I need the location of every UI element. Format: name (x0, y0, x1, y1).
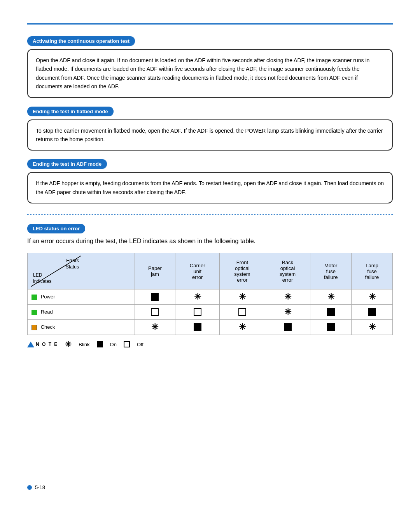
cell-read-back: ✳ (265, 305, 310, 320)
text-activate: Open the ADF and close it again. If no d… (36, 56, 384, 91)
legend-row: N O T E ✳ Blink On Off (27, 340, 393, 348)
col-paper-jam: Paperjam (135, 253, 175, 289)
cell-read-front (220, 305, 265, 320)
legend-blink-label: Blink (79, 342, 89, 347)
badge-led: LED status on error (27, 224, 85, 233)
section-flatbed: Ending the test in flatbed mode To stop … (27, 107, 393, 151)
cell-read-motor (310, 305, 352, 320)
col-front-optical: Frontopticalsystemerror (220, 253, 265, 289)
led-intro: If an error occurs during the test, the … (27, 237, 393, 246)
dotted-divider (27, 214, 393, 215)
blink-star-icon: ✳ (284, 293, 291, 301)
blink-star-icon: ✳ (369, 293, 376, 301)
content-activate: Open the ADF and close it again. If no d… (27, 49, 393, 98)
blink-star-icon: ✳ (327, 293, 334, 301)
led-power-cell: Power (28, 289, 135, 305)
led-green-read-icon (32, 310, 37, 315)
table-row-power: Power ✳ ✳ ✳ ✳ ✳ (28, 289, 393, 305)
section-activate: Activating the continuous operation test… (27, 36, 393, 98)
led-read-cell: Read (28, 305, 135, 320)
blink-star-icon: ✳ (239, 293, 246, 301)
col-carrier-unit: Carrieruniterror (175, 253, 220, 289)
legend-on-label: On (110, 342, 117, 347)
blink-star-icon: ✳ (284, 308, 291, 316)
cell-power-front: ✳ (220, 289, 265, 305)
text-adf: If the ADF hopper is empty, feeding docu… (36, 179, 384, 196)
note-badge: N O T E (27, 342, 58, 347)
empty-square-icon (194, 308, 201, 316)
page-dot-icon (27, 485, 32, 490)
legend-blink-icon: ✳ (65, 340, 72, 348)
note-triangle-icon (27, 342, 34, 347)
section-led: LED status on error If an error occurs d… (27, 224, 393, 348)
col-motor-fuse: Motorfusefailure (310, 253, 352, 289)
solid-square-icon (327, 323, 335, 331)
badge-flatbed: Ending the test in flatbed mode (27, 107, 114, 116)
content-flatbed: To stop the carrier movement in flatbed … (27, 119, 393, 151)
solid-square-icon (368, 308, 376, 316)
cell-check-front: ✳ (220, 320, 265, 335)
header-errors-label: ErrorsStatus (66, 258, 79, 270)
content-adf: If the ADF hopper is empty, feeding docu… (27, 172, 393, 203)
cell-check-carrier (175, 320, 220, 335)
text-flatbed: To stop the carrier movement in flatbed … (36, 126, 384, 144)
legend-off-icon (124, 341, 130, 347)
led-orange-check-icon (32, 325, 37, 330)
cell-check-motor (310, 320, 352, 335)
led-read-label: Read (41, 309, 53, 315)
cell-check-lamp: ✳ (352, 320, 393, 335)
cell-read-paperjam (135, 305, 175, 320)
col-back-optical: Backopticalsystemerror (265, 253, 310, 289)
solid-square-icon (327, 308, 335, 316)
led-check-label: Check (41, 324, 55, 330)
page-number-text: 5-18 (35, 484, 45, 490)
legend-off-label: Off (137, 342, 144, 347)
page: Activating the continuous operation test… (0, 0, 420, 505)
table-row-check: Check ✳ ✳ ✳ (28, 320, 393, 335)
empty-square-icon (238, 308, 246, 316)
col-lamp-fuse: Lampfusefailure (352, 253, 393, 289)
badge-adf: Ending the test in ADF mode (27, 159, 107, 169)
cell-read-carrier (175, 305, 220, 320)
cell-power-paperjam (135, 289, 175, 305)
table-row-read: Read ✳ (28, 305, 393, 320)
top-rule (27, 23, 393, 25)
blink-star-icon: ✳ (239, 323, 246, 331)
legend-on-icon (97, 341, 103, 347)
cell-power-motor: ✳ (310, 289, 352, 305)
blink-star-icon: ✳ (194, 293, 201, 301)
cell-power-carrier: ✳ (175, 289, 220, 305)
header-led-label: LEDindicates (33, 272, 51, 284)
empty-square-icon (151, 308, 159, 316)
note-text-label: N O T E (36, 342, 58, 347)
blink-star-icon: ✳ (369, 323, 376, 331)
blink-star-icon: ✳ (151, 323, 158, 331)
led-power-label: Power (41, 294, 55, 300)
badge-activate: Activating the continuous operation test (27, 36, 135, 46)
page-number: 5-18 (27, 484, 45, 490)
solid-square-icon (151, 293, 159, 301)
cell-check-back (265, 320, 310, 335)
cell-power-back: ✳ (265, 289, 310, 305)
solid-square-icon (284, 323, 292, 331)
solid-square-icon (194, 323, 201, 331)
led-green-power-icon (32, 295, 37, 300)
section-adf: Ending the test in ADF mode If the ADF h… (27, 159, 393, 203)
led-check-cell: Check (28, 320, 135, 335)
led-table: ErrorsStatus LEDindicates Paperjam Carri… (27, 253, 393, 335)
table-header-diagonal: ErrorsStatus LEDindicates (28, 253, 135, 289)
cell-power-lamp: ✳ (352, 289, 393, 305)
cell-read-lamp (352, 305, 393, 320)
cell-check-paperjam: ✳ (135, 320, 175, 335)
